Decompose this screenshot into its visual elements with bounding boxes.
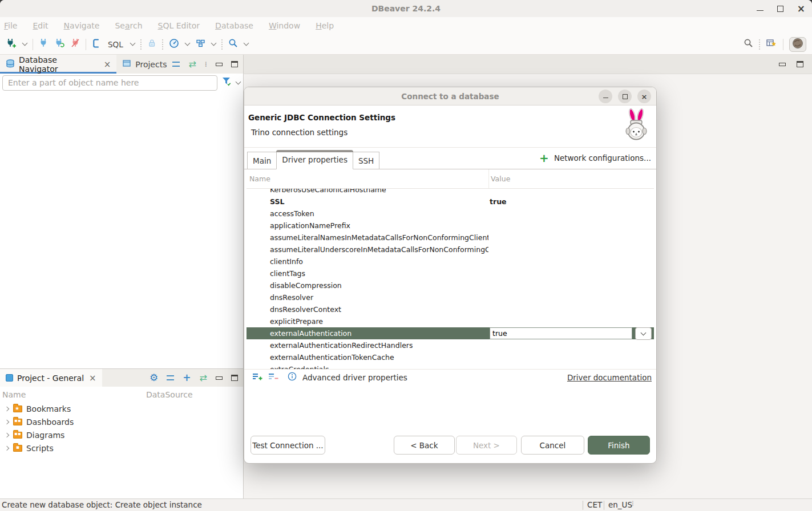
settings-gear-icon[interactable]: ⚙ xyxy=(150,373,158,383)
close-button[interactable]: × xyxy=(797,4,805,14)
dialog-maximize-button[interactable] xyxy=(618,90,632,103)
property-row[interactable]: clientInfo xyxy=(247,256,654,267)
sql-editor-icon[interactable] xyxy=(92,38,100,51)
property-row[interactable]: disableCompression xyxy=(247,279,654,291)
driver-documentation-link[interactable]: Driver documentation xyxy=(567,373,652,382)
editor-minimize-icon[interactable] xyxy=(779,63,786,66)
property-row[interactable]: clientTags xyxy=(247,267,654,279)
menu-item[interactable]: Navigate xyxy=(64,21,100,30)
panel-minimize-icon[interactable] xyxy=(216,63,223,66)
dashboard-icon[interactable] xyxy=(169,38,179,51)
dialog-close-button[interactable]: × xyxy=(637,90,651,103)
new-connection-icon[interactable] xyxy=(6,38,17,51)
tab-projects[interactable]: Projects xyxy=(116,55,172,74)
filter-funnel-icon[interactable] xyxy=(221,76,232,89)
global-search-icon[interactable] xyxy=(744,38,753,50)
property-value-input[interactable] xyxy=(490,327,632,339)
tree-row-label: Diagrams xyxy=(26,431,64,440)
driver-manager-icon[interactable] xyxy=(196,39,205,50)
maximize-button[interactable] xyxy=(777,6,783,12)
navigator-tree-area[interactable] xyxy=(0,92,243,368)
back-button[interactable]: < Back xyxy=(394,436,455,455)
minimize-button[interactable] xyxy=(757,10,763,11)
tree-row[interactable]: Dashboards xyxy=(0,415,243,428)
view-menu-icon[interactable]: ⁞ xyxy=(205,60,207,68)
expand-chevron-icon[interactable] xyxy=(5,445,9,450)
search-dropdown-icon[interactable] xyxy=(243,40,249,46)
driver-manager-dropdown-icon[interactable] xyxy=(211,40,216,46)
link-with-editor-icon[interactable]: ⇄ xyxy=(188,60,196,69)
dialog-tab[interactable]: Main xyxy=(247,152,277,169)
object-filter-input[interactable] xyxy=(2,75,217,91)
panel-maximize-icon[interactable] xyxy=(231,61,238,67)
left-panel-column: Database Navigator × Projects ⇄ ⁞ xyxy=(0,55,244,498)
dialog-titlebar[interactable]: Connect to a database × xyxy=(244,87,656,106)
property-row[interactable]: applicationNamePrefix xyxy=(247,220,654,232)
status-timezone[interactable]: CET xyxy=(587,500,602,509)
open-view-icon[interactable] xyxy=(766,38,777,51)
column-header-name[interactable]: Name xyxy=(0,390,146,399)
panel-maximize-icon[interactable] xyxy=(231,375,238,381)
column-header-datasource[interactable]: DataSource xyxy=(146,390,193,399)
property-row[interactable]: extraCredentials xyxy=(247,363,654,369)
remove-property-icon[interactable] xyxy=(268,372,278,383)
tab-close-icon[interactable]: × xyxy=(104,59,111,70)
property-row[interactable]: externalAuthenticationTokenCache xyxy=(247,351,654,363)
search-icon[interactable] xyxy=(228,38,238,50)
editor-maximize-icon[interactable] xyxy=(797,61,803,67)
collapse-all-icon[interactable] xyxy=(167,375,174,380)
property-row[interactable]: accessToken xyxy=(247,208,654,220)
filter-dropdown-icon[interactable] xyxy=(236,79,241,84)
user-profile-button[interactable] xyxy=(789,37,806,52)
dialog-minimize-button[interactable] xyxy=(599,90,612,103)
menu-item[interactable]: SQL Editor xyxy=(158,21,200,30)
tree-row[interactable]: Bookmarks xyxy=(0,402,243,415)
menu-item[interactable]: Edit xyxy=(33,21,48,30)
connect-icon[interactable] xyxy=(39,38,48,50)
collapse-all-icon[interactable] xyxy=(172,62,180,67)
expand-chevron-icon[interactable] xyxy=(5,406,9,411)
sql-editor-label[interactable]: SQL xyxy=(108,40,123,49)
tree-row[interactable]: Diagrams xyxy=(0,428,243,441)
reconnect-icon[interactable] xyxy=(54,38,64,50)
grid-header-value[interactable]: Value xyxy=(488,169,654,188)
property-value-dropdown-button[interactable] xyxy=(635,327,652,340)
expand-all-icon[interactable]: + xyxy=(183,373,191,383)
link-with-editor-icon[interactable]: ⇄ xyxy=(200,374,207,383)
panel-minimize-icon[interactable] xyxy=(216,376,223,380)
tree-row[interactable]: Scripts xyxy=(0,441,243,455)
expand-chevron-icon[interactable] xyxy=(5,419,9,424)
dashboard-dropdown-icon[interactable] xyxy=(184,40,190,46)
status-locale[interactable]: en_US xyxy=(608,500,632,509)
disconnect-icon[interactable] xyxy=(71,38,80,50)
property-row[interactable]: externalAuthentication true xyxy=(247,327,654,339)
menu-item[interactable]: Window xyxy=(269,21,300,30)
tab-database-navigator[interactable]: Database Navigator × xyxy=(0,55,116,74)
cancel-button[interactable]: Cancel xyxy=(521,436,584,455)
network-configurations-button[interactable]: + Network configurations... xyxy=(539,152,651,164)
tab-project-general[interactable]: Project - General × xyxy=(0,369,102,387)
tab-close-icon[interactable]: × xyxy=(89,373,96,383)
property-row[interactable]: externalAuthenticationRedirectHandlers xyxy=(247,339,654,351)
grid-header-name[interactable]: Name xyxy=(247,169,488,188)
property-row[interactable]: dnsResolverContext xyxy=(247,303,654,315)
menu-item[interactable]: File xyxy=(4,21,17,30)
property-row[interactable]: KerberosUseCanonicalHostname xyxy=(247,189,654,196)
menu-item[interactable]: Search xyxy=(115,21,142,30)
sql-editor-dropdown-icon[interactable] xyxy=(130,40,135,46)
test-connection-button[interactable]: Test Connection ... xyxy=(251,436,325,455)
menu-item[interactable]: Database xyxy=(215,21,253,30)
expand-chevron-icon[interactable] xyxy=(5,432,9,437)
add-property-icon[interactable] xyxy=(252,372,262,383)
property-row[interactable]: assumeLiteralUnderscoreInMetadataCallsFo… xyxy=(247,244,654,256)
dialog-tab[interactable]: Driver properties xyxy=(276,150,353,169)
tree-row-label: Bookmarks xyxy=(26,404,71,413)
property-row[interactable]: dnsResolver xyxy=(247,291,654,303)
new-connection-dropdown-icon[interactable] xyxy=(22,40,28,46)
property-row[interactable]: explicitPrepare xyxy=(247,315,654,327)
menu-item[interactable]: Help xyxy=(316,21,334,30)
dialog-tab[interactable]: SSH xyxy=(353,152,379,169)
property-row[interactable]: SSL true xyxy=(247,196,654,208)
property-row[interactable]: assumeLiteralNamesInMetadataCallsForNonC… xyxy=(247,232,654,244)
finish-button[interactable]: Finish xyxy=(588,436,650,455)
